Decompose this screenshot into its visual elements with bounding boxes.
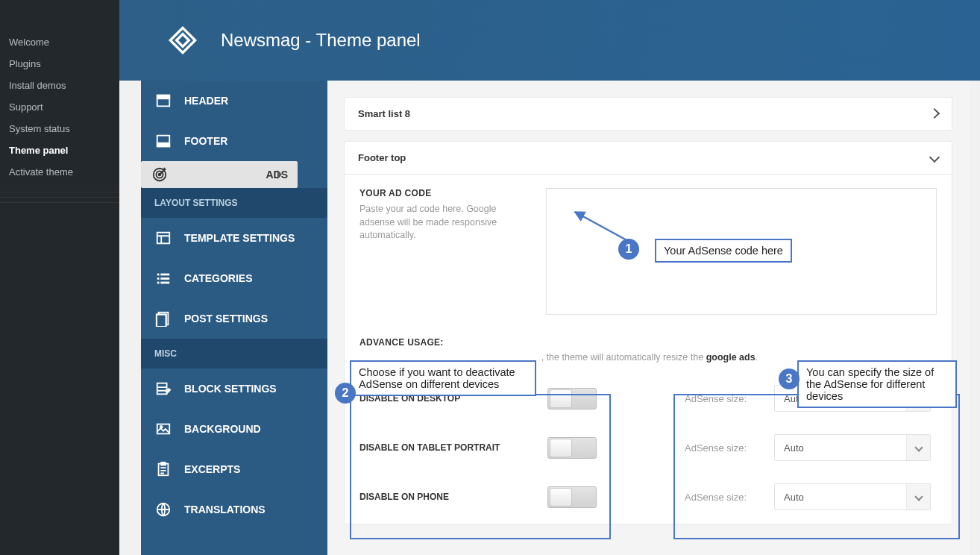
th-group-misc: MISC	[141, 339, 327, 369]
accordion-title: Footer top	[358, 152, 406, 163]
target-icon	[151, 166, 169, 184]
label-disable-tablet: DISABLE ON TABLET PORTRAIT	[359, 442, 547, 453]
th-item-block[interactable]: BLOCK SETTINGS	[141, 369, 327, 409]
header-section-icon	[154, 92, 172, 110]
th-item-header[interactable]: HEADER	[141, 81, 327, 121]
svg-rect-31	[157, 383, 167, 395]
sidebar-sub-install-demos[interactable]: Install demos	[0, 75, 119, 96]
annotation-number-1: 1	[618, 239, 639, 260]
annotation-1: Your AdSense code here	[655, 239, 792, 263]
main-content: Smart list 8 Footer top YOUR AD CODE Pas…	[327, 81, 969, 555]
chevron-down-icon	[931, 152, 938, 163]
svg-rect-24	[157, 278, 160, 280]
svg-rect-27	[160, 282, 169, 284]
annotation-2: Choose if you want to deactivate AdSense…	[350, 360, 536, 396]
accordion-footer-top[interactable]: Footer top	[344, 141, 952, 174]
svg-rect-17	[157, 143, 170, 147]
th-item-footer[interactable]: FOOTER	[141, 121, 327, 161]
svg-rect-23	[160, 274, 169, 276]
th-item-post[interactable]: POST SETTINGS	[141, 298, 327, 339]
help-your-ad-code: Paste your ad code here. Google adsense …	[359, 203, 531, 242]
label-adsense-size: AdSense size:	[685, 393, 774, 404]
select-adsense-size-tablet[interactable]: Auto	[774, 434, 931, 461]
page-title: Newsmag - Theme panel	[221, 30, 421, 51]
svg-rect-21	[157, 233, 170, 244]
annotation-number-2: 2	[335, 383, 356, 404]
layout-icon	[154, 229, 172, 247]
sidebar-sub-welcome[interactable]: Welcome	[0, 31, 119, 53]
edit-grid-icon	[154, 380, 172, 398]
svg-rect-26	[157, 282, 160, 284]
label-advance-usage: ADVANCE USAGE:	[359, 337, 937, 348]
globe-icon	[154, 501, 172, 518]
panel-header: Newsmag - Theme panel	[119, 0, 980, 81]
th-item-template[interactable]: TEMPLATE SETTINGS	[141, 218, 327, 258]
sidebar-sub-plugins[interactable]: Plugins	[0, 53, 119, 75]
chevron-right-icon	[931, 108, 938, 119]
svg-rect-15	[157, 95, 170, 99]
label-your-ad-code: YOUR AD CODE	[359, 188, 546, 198]
chevron-down-icon	[906, 435, 930, 460]
toggle-disable-tablet[interactable]	[547, 437, 597, 459]
chevron-down-icon	[906, 484, 930, 509]
svg-rect-22	[157, 274, 160, 276]
toggle-disable-phone[interactable]	[547, 486, 597, 508]
annotation-arrow	[574, 209, 656, 261]
list-icon	[154, 269, 172, 287]
accordion-smart-list[interactable]: Smart list 8	[344, 97, 952, 131]
th-item-ads[interactable]: ADS	[141, 161, 298, 188]
annotation-3: You can specify the size of the AdSense …	[797, 360, 957, 408]
svg-point-33	[160, 426, 163, 428]
th-item-background[interactable]: BACKGROUND	[141, 409, 327, 449]
theme-panel-sidebar: HEADER FOOTER ADS LAYOUT SETTINGS TEMPLA…	[141, 81, 327, 555]
sidebar-sub-theme-panel[interactable]: Theme panel	[0, 139, 119, 161]
label-disable-phone: DISABLE ON PHONE	[359, 492, 547, 502]
label-adsense-size: AdSense size:	[685, 442, 774, 454]
svg-rect-29	[157, 315, 166, 327]
select-adsense-size-phone[interactable]: Auto	[774, 483, 931, 510]
th-group-layout: LAYOUT SETTINGS	[141, 188, 327, 218]
th-item-translations[interactable]: TRANSLATIONS	[141, 489, 327, 530]
svg-rect-35	[161, 462, 166, 465]
accordion-title: Smart list 8	[358, 108, 410, 119]
sidebar-sub-support[interactable]: Support	[0, 96, 119, 118]
th-item-categories[interactable]: CATEGORIES	[141, 258, 327, 298]
wp-admin-sidebar: Dashboard Newsmag Welcome Plugins Instal…	[0, 0, 119, 555]
document-icon	[154, 310, 172, 327]
svg-rect-25	[160, 278, 169, 280]
sidebar-sub-system-status[interactable]: System status	[0, 118, 119, 139]
label-adsense-size: AdSense size:	[685, 492, 774, 503]
sidebar-sub-activate-theme[interactable]: Activate theme	[0, 161, 119, 183]
annotation-number-3: 3	[779, 369, 800, 389]
theme-logo-icon	[164, 22, 201, 59]
footer-section-icon	[154, 132, 172, 150]
th-item-excerpts[interactable]: EXCERPTS	[141, 449, 327, 489]
image-icon	[154, 420, 172, 438]
toggle-disable-desktop[interactable]	[547, 388, 597, 410]
clipboard-icon	[154, 460, 172, 478]
